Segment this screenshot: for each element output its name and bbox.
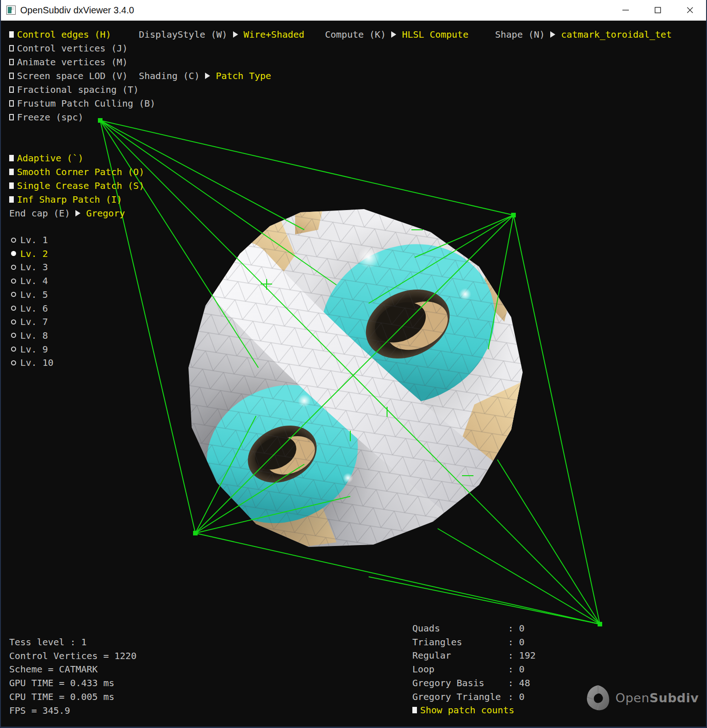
toggle-fractional-spacing[interactable]: Fractional spacing (T): [9, 83, 139, 97]
arrow-icon: [550, 31, 555, 38]
app-window: OpenSubdiv dxViewer 3.4.0: [0, 0, 707, 728]
specular-highlight: [343, 473, 353, 483]
stat-line: Control Vertices = 1220: [9, 649, 137, 663]
checkbox-icon: [9, 100, 14, 107]
patch-count-row: Gregory Triangle: 0: [412, 690, 525, 704]
level-row[interactable]: Lv. 10: [11, 356, 53, 370]
radio-icon: [11, 347, 16, 352]
level-row[interactable]: Lv. 6: [11, 301, 48, 315]
level-row[interactable]: Lv. 3: [11, 260, 48, 274]
radio-icon: [11, 333, 16, 338]
menu-compute[interactable]: Compute (K)HLSL Compute: [325, 28, 468, 41]
specular-highlight: [298, 394, 311, 407]
checkbox-icon: [9, 73, 14, 79]
opensubdiv-logo-icon: [585, 684, 611, 711]
stats-left: Tess level : 1 Control Vertices = 1220 S…: [9, 635, 239, 727]
checkbox-icon: [9, 31, 14, 38]
level-row[interactable]: Lv. 9: [11, 342, 48, 356]
menu-shading[interactable]: Shading (C)Patch Type: [139, 69, 271, 83]
checkbox-icon: [9, 182, 14, 189]
level-row[interactable]: Lv. 8: [11, 329, 48, 342]
stat-line: CPU TIME = 0.005 ms: [9, 690, 114, 704]
level-row[interactable]: Lv. 7: [11, 315, 48, 329]
toggle-smooth-corner-patch[interactable]: Smooth Corner Patch (O): [9, 165, 144, 179]
toggle-show-patch-counts[interactable]: Show patch counts: [412, 703, 514, 717]
radio-icon: [11, 319, 16, 324]
minimize-button[interactable]: [610, 0, 642, 20]
patch-count-row: Gregory Basis: 48: [412, 676, 530, 690]
checkbox-icon: [9, 169, 14, 175]
close-icon: [686, 6, 694, 14]
menu-end-cap[interactable]: End cap (E)Gregory: [9, 206, 125, 220]
hud-overlay: Control edges (H) DisplayStyle (W)Wire+S…: [1, 21, 34, 489]
checkbox-icon: [9, 196, 14, 203]
patch-count-row: Quads: 0: [412, 621, 525, 635]
patch-count-row: Loop: 0: [412, 662, 525, 676]
radio-icon: [11, 306, 16, 311]
radio-icon: [11, 238, 16, 243]
checkbox-icon: [9, 114, 14, 120]
arrow-icon: [391, 31, 396, 38]
toggle-screen-space-lod[interactable]: Screen space LOD (V) Shading (C)Patch Ty…: [9, 69, 128, 83]
toggle-freeze[interactable]: Freeze (spc): [9, 110, 84, 124]
checkbox-icon: [9, 59, 14, 65]
maximize-button[interactable]: [642, 0, 674, 20]
stat-line: GPU TIME = 0.433 ms: [9, 676, 114, 690]
maximize-icon: [654, 6, 661, 14]
level-row[interactable]: Lv. 4: [11, 274, 48, 288]
checkbox-icon: [9, 45, 14, 51]
toggle-frustum-patch-culling[interactable]: Frustum Patch Culling (B): [9, 97, 155, 110]
menu-shape[interactable]: Shape (N)catmark_toroidal_tet: [495, 28, 672, 41]
close-button[interactable]: [674, 0, 706, 20]
toggle-control-vertices[interactable]: Control vertices (J): [9, 41, 128, 55]
level-row[interactable]: Lv. 2: [11, 247, 48, 261]
stat-line: FPS = 345.9: [9, 704, 70, 717]
arrow-icon: [205, 73, 210, 79]
checkbox-icon: [9, 155, 14, 161]
viewport-3d[interactable]: Control edges (H) DisplayStyle (W)Wire+S…: [1, 21, 706, 727]
patch-count-row: Regular: 192: [412, 648, 536, 662]
specular-highlight: [358, 246, 380, 268]
toggle-animate-vertices[interactable]: Animate vertices (M): [9, 55, 128, 69]
minimize-icon: [622, 6, 629, 14]
level-row[interactable]: Lv. 5: [11, 288, 48, 301]
stat-line: Tess level : 1: [9, 635, 87, 649]
level-row[interactable]: Lv. 1: [11, 233, 48, 247]
radio-icon: [11, 360, 16, 365]
specular-highlight: [459, 288, 471, 300]
patch-count-row: Triangles: 0: [412, 635, 525, 649]
radio-icon: [11, 265, 16, 270]
wireframe-overlay: [180, 202, 530, 556]
window-title: OpenSubdiv dxViewer 3.4.0: [20, 5, 134, 16]
toggle-control-edges[interactable]: Control edges (H) DisplayStyle (W)Wire+S…: [9, 28, 111, 41]
toggle-adaptive[interactable]: Adaptive (`): [9, 151, 84, 165]
radio-icon: [11, 251, 16, 256]
arrow-icon: [233, 31, 238, 38]
cage-vertex: [98, 118, 103, 123]
toggle-single-crease-patch[interactable]: Single Crease Patch (S): [9, 179, 144, 193]
radio-icon: [11, 292, 16, 297]
app-icon: [6, 6, 16, 15]
opensubdiv-logo: OpenSubdiv: [585, 684, 699, 711]
cage-vertex: [193, 531, 198, 535]
cage-vertex: [511, 213, 516, 217]
stat-line: Scheme = CATMARK: [9, 662, 98, 676]
toggle-inf-sharp-patch[interactable]: Inf Sharp Patch (I): [9, 193, 122, 206]
checkbox-icon: [412, 707, 417, 713]
menu-displaystyle[interactable]: DisplayStyle (W)Wire+Shaded: [139, 28, 304, 41]
specular-highlight: [243, 523, 260, 541]
scene-render: [1, 21, 706, 727]
title-bar: OpenSubdiv dxViewer 3.4.0: [1, 0, 706, 21]
opensubdiv-logo-text: OpenSubdiv: [616, 691, 699, 705]
radio-icon: [11, 279, 16, 284]
checkbox-icon: [9, 86, 14, 93]
arrow-icon: [75, 210, 80, 216]
control-cage: [98, 118, 602, 626]
